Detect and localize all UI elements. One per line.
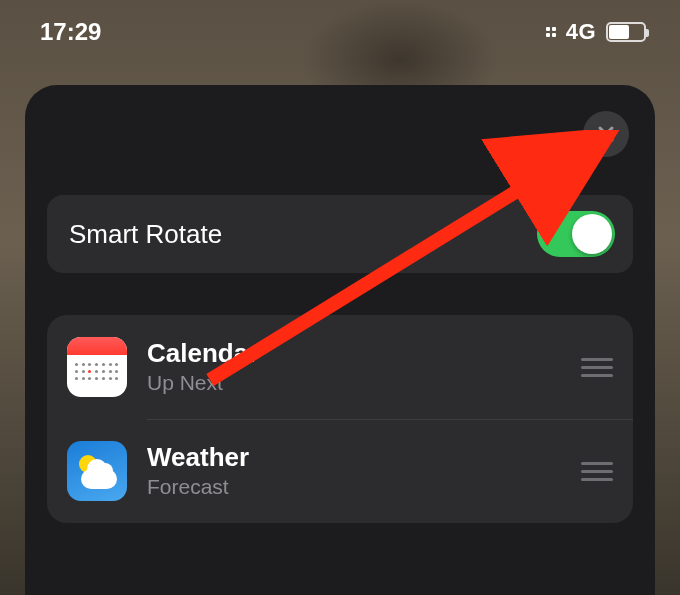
drag-handle-icon[interactable] [581, 462, 613, 481]
status-bar: 17:29 4G [0, 18, 680, 46]
toggle-knob [572, 214, 612, 254]
widget-stack-sheet: Smart Rotate Calendar Up Next [25, 85, 655, 595]
widget-subtitle: Forecast [147, 475, 561, 499]
close-icon [596, 124, 616, 144]
smart-rotate-label: Smart Rotate [69, 219, 222, 250]
smart-rotate-toggle[interactable] [537, 211, 615, 257]
close-button[interactable] [583, 111, 629, 157]
widget-title: Calendar [147, 339, 561, 369]
calendar-icon [67, 337, 127, 397]
battery-icon [606, 22, 646, 42]
grid-icon [546, 27, 556, 37]
widget-text: Weather Forecast [147, 443, 561, 499]
widget-title: Weather [147, 443, 561, 473]
widget-row-weather[interactable]: Weather Forecast [47, 419, 633, 523]
smart-rotate-row: Smart Rotate [47, 195, 633, 273]
status-right: 4G [546, 19, 646, 45]
widget-text: Calendar Up Next [147, 339, 561, 395]
status-time: 17:29 [40, 18, 101, 46]
network-label: 4G [566, 19, 596, 45]
widget-list: Calendar Up Next Weather Forecast [47, 315, 633, 523]
drag-handle-icon[interactable] [581, 358, 613, 377]
widget-row-calendar[interactable]: Calendar Up Next [47, 315, 633, 419]
widget-subtitle: Up Next [147, 371, 561, 395]
weather-icon [67, 441, 127, 501]
